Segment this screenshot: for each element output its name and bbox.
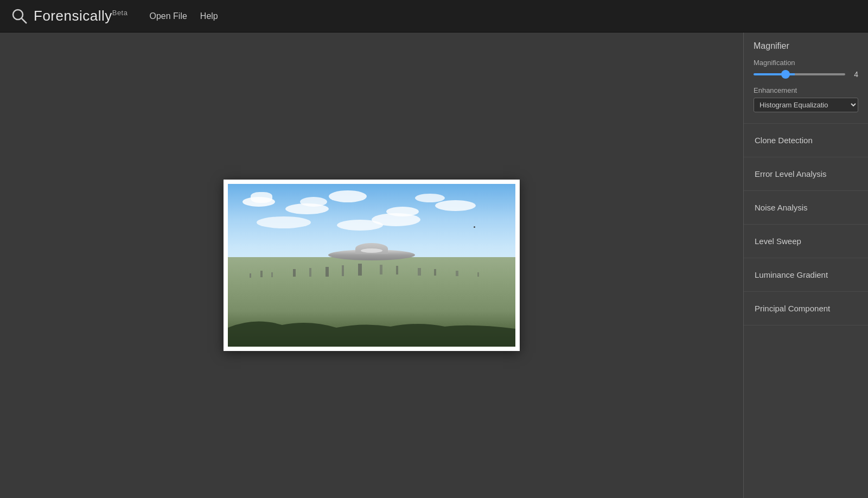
sidebar-item-noise-analysis[interactable]: Noise Analysis — [744, 191, 868, 225]
svg-rect-15 — [456, 271, 458, 276]
cloud-7 — [386, 207, 419, 216]
nav-help[interactable]: Help — [200, 9, 218, 23]
svg-rect-14 — [434, 269, 436, 276]
sidebar-item-luminance-gradient[interactable]: Luminance Gradient — [744, 258, 868, 292]
enhancement-label: Enhancement — [754, 86, 858, 94]
cloud-2 — [251, 192, 272, 203]
image-container — [224, 180, 520, 351]
magnification-slider[interactable] — [754, 73, 845, 75]
sidebar-item-clone-detection[interactable]: Clone Detection — [744, 124, 868, 157]
magnification-value: 4 — [850, 70, 858, 79]
svg-rect-13 — [418, 268, 421, 276]
svg-rect-4 — [260, 271, 263, 277]
cloud-9 — [435, 200, 476, 211]
svg-line-1 — [22, 18, 27, 23]
ufo-highlight — [361, 248, 382, 253]
cloud-4 — [300, 197, 327, 207]
magnification-label: Magnification — [754, 59, 858, 67]
canvas-area[interactable] — [0, 33, 743, 498]
sidebar-item-level-sweep[interactable]: Level Sweep — [744, 225, 868, 258]
svg-rect-11 — [380, 265, 382, 274]
main-content: Magnifier Magnification 4 Enhancement No… — [0, 33, 868, 498]
enhancement-select[interactable]: None Histogram Equalizatio Sharpen Edge … — [754, 98, 858, 112]
nav-area: Open File Help — [149, 9, 218, 23]
app-title: ForensicallyBeta — [34, 8, 127, 24]
sidebar-item-error-level-analysis[interactable]: Error Level Analysis — [744, 157, 868, 191]
logo-area: ForensicallyBeta — [11, 8, 127, 25]
svg-rect-9 — [342, 265, 344, 276]
ufo-object — [328, 244, 415, 260]
nav-open-file[interactable]: Open File — [149, 9, 187, 23]
cloud-8 — [415, 194, 445, 202]
cloud-5 — [329, 190, 367, 202]
cloud-11 — [337, 220, 383, 231]
image-ground — [228, 257, 515, 347]
magnifier-panel: Magnifier Magnification 4 Enhancement No… — [744, 33, 868, 124]
enhancement-section: Enhancement None Histogram Equalizatio S… — [754, 86, 858, 112]
magnification-section: Magnification 4 — [754, 59, 858, 79]
svg-rect-12 — [396, 266, 398, 274]
sidebar-item-principal-component[interactable]: Principal Component — [744, 292, 868, 325]
svg-rect-8 — [326, 267, 329, 277]
magnification-row: 4 — [754, 70, 858, 79]
paraglider-dot — [474, 226, 475, 228]
cloud-10 — [257, 216, 311, 228]
svg-rect-3 — [250, 273, 251, 278]
svg-rect-5 — [271, 272, 273, 277]
svg-rect-10 — [358, 264, 362, 276]
magnifier-title: Magnifier — [754, 41, 858, 51]
search-icon — [11, 8, 28, 25]
svg-point-0 — [13, 10, 23, 20]
svg-rect-6 — [293, 269, 296, 277]
sidebar: Magnifier Magnification 4 Enhancement No… — [743, 33, 868, 498]
svg-rect-16 — [477, 272, 479, 277]
svg-rect-7 — [309, 268, 311, 277]
main-image — [228, 184, 515, 347]
header: ForensicallyBeta Open File Help — [0, 0, 868, 33]
